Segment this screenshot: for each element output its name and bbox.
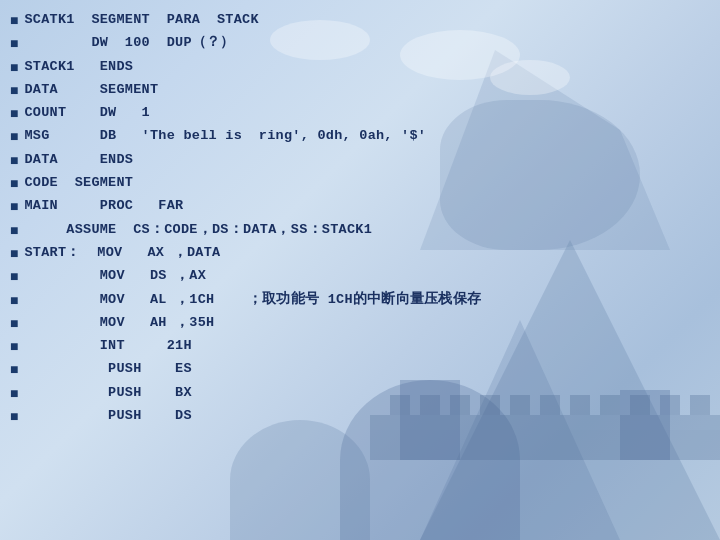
code-line-6: ■MSG DB 'The bell is ring', 0dh, 0ah, '$… [10,126,710,147]
code-line-13: ■ MOV AL ，1CH ；取功能号 1CH的中断向量压栈保存 [10,290,710,311]
bullet-icon: ■ [10,291,18,311]
code-text: COUNT DW 1 [24,103,150,123]
bullet-icon: ■ [10,337,18,357]
code-line-9: ■MAIN PROC FAR [10,196,710,217]
code-line-18: ■ PUSH DS [10,406,710,427]
code-line-15: ■ INT 21H [10,336,710,357]
code-text: DATA SEGMENT [24,80,158,100]
code-text: PUSH ES [24,359,191,379]
bullet-icon: ■ [10,127,18,147]
bullet-icon: ■ [10,58,18,78]
code-text: PUSH DS [24,406,191,426]
code-text: DW 100 DUP（？） [24,33,234,53]
code-line-7: ■DATA ENDS [10,150,710,171]
bullet-icon: ■ [10,221,18,241]
bullet-icon: ■ [10,360,18,380]
code-line-14: ■ MOV AH ，35H [10,313,710,334]
code-line-17: ■ PUSH BX [10,383,710,404]
hill-2 [230,420,370,540]
bullet-icon: ■ [10,197,18,217]
bullet-icon: ■ [10,267,18,287]
code-container: ■SCATK1 SEGMENT PARA STACK■ DW 100 DUP（？… [10,10,710,429]
code-line-1: ■SCATK1 SEGMENT PARA STACK [10,10,710,31]
bullet-icon: ■ [10,104,18,124]
code-text: MAIN PROC FAR [24,196,183,216]
code-text: MOV AL ，1CH ；取功能号 1CH的中断向量压栈保存 [24,290,481,310]
bullet-icon: ■ [10,151,18,171]
bullet-icon: ■ [10,244,18,264]
bullet-icon: ■ [10,34,18,54]
code-text: CODE SEGMENT [24,173,133,193]
code-line-12: ■ MOV DS ，AX [10,266,710,287]
code-line-11: ■START： MOV AX ，DATA [10,243,710,264]
bullet-icon: ■ [10,81,18,101]
code-text: SCATK1 SEGMENT PARA STACK [24,10,258,30]
code-text: STACK1 ENDS [24,57,133,77]
code-text: ASSUME CS：CODE，DS：DATA，SS：STACK1 [24,220,372,240]
code-line-10: ■ ASSUME CS：CODE，DS：DATA，SS：STACK1 [10,220,710,241]
code-text: INT 21H [24,336,191,356]
bullet-icon: ■ [10,174,18,194]
code-line-16: ■ PUSH ES [10,359,710,380]
bullet-icon: ■ [10,11,18,31]
code-line-8: ■CODE SEGMENT [10,173,710,194]
code-text: DATA ENDS [24,150,133,170]
code-text: MOV DS ，AX [24,266,206,286]
code-line-5: ■COUNT DW 1 [10,103,710,124]
code-text: MOV AH ，35H [24,313,214,333]
code-line-4: ■DATA SEGMENT [10,80,710,101]
code-text: PUSH BX [24,383,191,403]
code-text: START： MOV AX ，DATA [24,243,220,263]
code-line-2: ■ DW 100 DUP（？） [10,33,710,54]
code-line-3: ■STACK1 ENDS [10,57,710,78]
code-text: MSG DB 'The bell is ring', 0dh, 0ah, '$' [24,126,426,146]
bullet-icon: ■ [10,407,18,427]
bullet-icon: ■ [10,314,18,334]
bullet-icon: ■ [10,384,18,404]
